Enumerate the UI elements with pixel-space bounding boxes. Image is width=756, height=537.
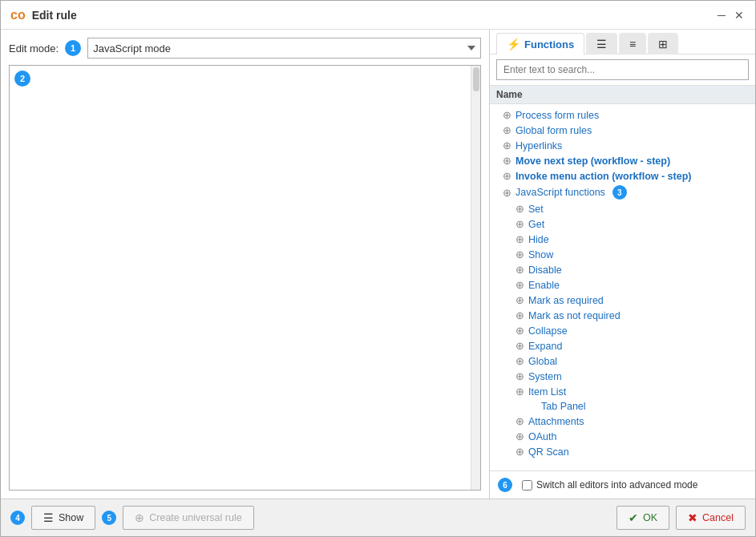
tab-functions[interactable]: ⚡ Functions [496,33,584,55]
tree-item-show[interactable]: ⊕ Show [490,247,755,262]
tree-item-set[interactable]: ⊕ Set [490,201,755,216]
tree-item-global[interactable]: ⊕ Global [490,353,755,369]
tree-item-hide[interactable]: ⊕ Hide [490,232,755,247]
tree-item-qr-scan[interactable]: ⊕ QR Scan [490,444,755,459]
tree-item-enable[interactable]: ⊕ Enable [490,277,755,293]
cancel-button[interactable]: ✖ Cancel [676,506,746,530]
tree-item-global-form-rules[interactable]: ⊕ Global form rules [490,123,755,138]
create-label: Create universal rule [149,512,241,523]
expand-icon: ⊕ [515,233,524,245]
tree-item-attachments[interactable]: ⊕ Attachments [490,414,755,429]
search-input[interactable] [496,59,749,80]
title-bar: co Edit rule ─ ✕ [1,1,755,30]
cancel-icon: ✖ [688,511,697,524]
expand-icon: ⊕ [515,430,524,442]
dialog-title: Edit rule [32,9,77,22]
tree-item-system[interactable]: ⊕ System [490,369,755,384]
bottom-bar: 4 ☰ Show 5 ⊕ Create universal rule ✔ OK … [1,499,755,536]
minimize-button[interactable]: ─ [715,9,728,22]
edit-mode-label: Edit mode: [9,42,59,55]
item-label: Mark as not required [528,310,621,321]
item-label: Process form rules [515,110,599,121]
create-icon: ⊕ [135,511,144,524]
badge-6: 6 [498,478,512,492]
tree-item-js-functions[interactable]: ⊕ JavaScript functions 3 [490,184,755,201]
title-left: co Edit rule [10,8,77,22]
item-label: QR Scan [528,446,569,458]
item-label: JavaScript functions [515,187,605,198]
expand-icon: ⊕ [503,170,511,182]
edit-rule-dialog: co Edit rule ─ ✕ Edit mode: 1 JavaScript… [0,0,756,537]
left-panel: Edit mode: 1 JavaScript mode Simple mode… [1,30,490,499]
expand-icon: ⊕ [515,355,524,367]
dialog-body: Edit mode: 1 JavaScript mode Simple mode… [1,30,755,499]
tree-item-disable[interactable]: ⊕ Disable [490,262,755,277]
tree-item-oauth[interactable]: ⊕ OAuth [490,429,755,444]
mode-select[interactable]: JavaScript mode Simple mode [87,38,481,59]
expand-icon: ⊕ [515,218,524,230]
tree-item-expand[interactable]: ⊕ Expand [490,338,755,353]
item-label: Set [528,204,544,215]
expand-icon: ⊕ [515,294,524,306]
close-button[interactable]: ✕ [733,9,746,22]
badge-5: 5 [102,511,116,525]
tree-item-collapse[interactable]: ⊕ Collapse [490,323,755,338]
tree-item-move-next-step[interactable]: ⊕ Move next step (workflow - step) [490,153,755,168]
right-footer: 6 Switch all editors into advanced mode [490,470,755,499]
ok-icon: ✔ [629,511,638,524]
ok-button[interactable]: ✔ OK [617,506,669,530]
tree-item-process-form-rules[interactable]: ⊕ Process form rules [490,107,755,123]
tree-container[interactable]: ⊕ Process form rules ⊕ Global form rules… [490,104,755,470]
tree-item-item-list[interactable]: ⊕ Item List [490,384,755,399]
bottom-left: 4 ☰ Show 5 ⊕ Create universal rule [10,506,254,530]
title-controls: ─ ✕ [715,9,746,22]
item-label: Disable [528,264,562,276]
expand-icon: ⊕ [503,109,511,121]
tab-4[interactable]: ⊞ [648,33,678,55]
scrollbar-thumb [473,67,479,91]
ok-label: OK [643,512,657,523]
expand-icon: ⊕ [503,187,511,199]
expand-icon: ⊕ [515,340,524,352]
right-panel: ⚡ Functions ☰ ≡ ⊞ Name [490,30,755,499]
advanced-mode-label: Switch all editors into advanced mode [536,479,697,491]
tree-item-mark-required[interactable]: ⊕ Mark as required [490,293,755,308]
code-editor[interactable] [10,66,471,490]
item-label: Hide [528,234,549,245]
advanced-mode-checkbox[interactable] [522,480,532,491]
item-label: Show [528,249,553,260]
advanced-mode-checkbox-label[interactable]: Switch all editors into advanced mode [522,479,697,491]
create-universal-rule-button[interactable]: ⊕ Create universal rule [123,506,253,530]
tab-2[interactable]: ☰ [586,33,617,55]
cancel-label: Cancel [702,512,734,523]
tree-item-mark-not-required[interactable]: ⊕ Mark as not required [490,308,755,323]
item-label: Hyperlinks [515,140,562,151]
show-button[interactable]: ☰ Show [31,506,95,530]
editor-scrollbar[interactable] [471,66,480,490]
show-icon: ☰ [43,511,54,524]
item-label: System [528,371,562,382]
expand-icon: ⊕ [515,309,524,321]
item-label: Invoke menu action (workflow - step) [515,171,691,182]
tab2-icon: ☰ [596,38,607,50]
expand-icon: ⊕ [503,124,511,136]
tree-item-hyperlinks[interactable]: ⊕ Hyperlinks [490,138,755,153]
expand-icon: ⊕ [515,446,524,458]
tab-3[interactable]: ≡ [619,33,646,55]
badge-3: 3 [612,185,627,200]
dialog-logo-icon: co [10,8,26,22]
functions-icon: ⚡ [507,38,520,50]
bottom-right: ✔ OK ✖ Cancel [617,506,746,530]
tree-item-tab-panel[interactable]: Tab Panel [490,399,755,414]
item-label: Enable [528,280,560,291]
expand-icon: ⊕ [515,203,524,215]
item-label: Item List [528,386,566,398]
tree-item-invoke-menu[interactable]: ⊕ Invoke menu action (workflow - step) [490,168,755,184]
show-label: Show [59,512,83,523]
badge-2: 2 [14,71,30,87]
item-label: Attachments [528,416,584,427]
item-label: Move next step (workflow - step) [515,155,670,167]
tree-item-get[interactable]: ⊕ Get [490,216,755,232]
expand-icon: ⊕ [515,386,524,398]
edit-mode-row: Edit mode: 1 JavaScript mode Simple mode [9,38,481,59]
